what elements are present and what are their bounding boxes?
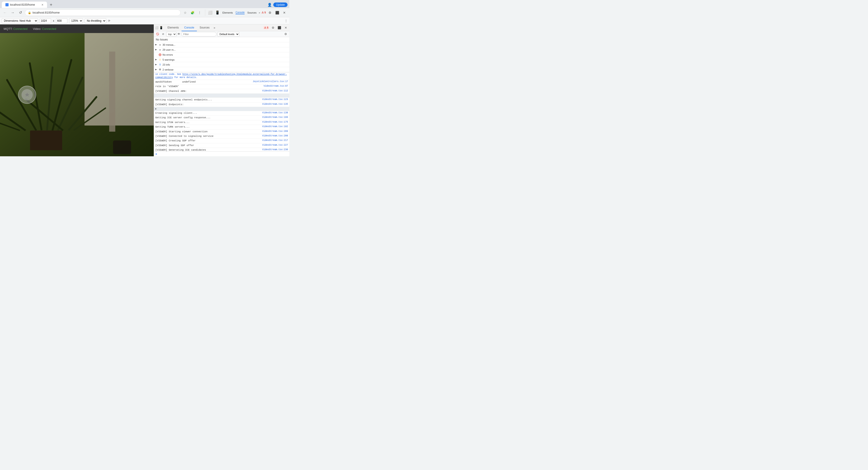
address-bar[interactable]: 🔒 localhost:8100/home (25, 9, 181, 16)
more-tabs-button[interactable]: » (259, 11, 260, 14)
devtools-device-button[interactable]: 📱 (214, 9, 221, 16)
summary-row-messages[interactable]: ▶ ≡ 30 messa... (154, 42, 289, 47)
summary-row-info[interactable]: ▶ ℹ 23 info (154, 62, 289, 67)
more-options-button[interactable]: ⋮ (285, 19, 287, 22)
entry-expand-icon[interactable]: ▶ (155, 108, 157, 110)
log-entry-17: [VIEWER] Generating ICE candidates Video… (154, 148, 289, 151)
levels-select[interactable]: Default levels (217, 32, 239, 36)
console-settings-button[interactable]: ⚙ (283, 32, 288, 36)
log-entry-14: [VIEWER] Connected to signaling service … (154, 134, 289, 139)
devtools-close-icon[interactable]: ✕ (283, 25, 288, 31)
joystick-control[interactable] (18, 86, 36, 104)
filter-toggle-button[interactable]: ⊘ (161, 32, 165, 36)
log-msg-10: Getting ICE server config response... (155, 116, 260, 119)
tab-title: localhost:8100/home (10, 3, 35, 6)
error-count-display: ⚠ 5 (263, 26, 270, 30)
tab-favicon (5, 3, 8, 6)
console-log[interactable]: in client code. See http://vite/s.dev/gu… (154, 72, 289, 151)
profile-icon[interactable]: 👤 (267, 2, 272, 7)
summary-row-user-messages[interactable]: ▶ ≡ 29 user m... (154, 47, 289, 52)
log-msg-4: [VIEWER] Channel ARN: (155, 90, 260, 93)
inspect-element-button[interactable]: ⬜ (155, 26, 158, 29)
more-button[interactable]: ⋮ (196, 9, 203, 16)
dimensions-select[interactable]: Dimensions: Nest Hub (2, 18, 38, 23)
log-link-10[interactable]: VideoStream.tsx:166 (262, 116, 288, 119)
throttle-select[interactable]: No throttling (85, 18, 106, 23)
console-tab-small[interactable]: Console (236, 11, 245, 14)
log-link-7[interactable]: VideoStream.tsx:135 (262, 103, 288, 106)
rotate-icon[interactable]: ⟳ (108, 19, 110, 22)
log-link-4[interactable]: VideoStream.tsx:112 (262, 90, 288, 92)
tab-console[interactable]: Console (182, 24, 197, 31)
devtools-settings-icon[interactable]: ⚙ (270, 25, 276, 31)
height-input[interactable] (56, 18, 67, 23)
devtools-settings-button[interactable]: ⚙ (267, 9, 273, 16)
tab-elements[interactable]: Elements (165, 24, 182, 31)
tab-sources[interactable]: Sources (197, 24, 212, 31)
filter-input[interactable] (181, 32, 217, 36)
devtools-inspect-button[interactable]: ⬜ (207, 9, 213, 16)
log-link-15[interactable]: VideoStream.tsx:217 (262, 139, 288, 142)
summary-row-verbose[interactable]: ▶ ⚙ 2 verbose (154, 67, 289, 72)
elements-tab-small[interactable]: Elements (222, 11, 233, 14)
context-select[interactable]: top (166, 32, 177, 36)
log-link-2[interactable]: JoystickControllers.tsx:17 (253, 80, 288, 83)
forward-button[interactable]: → (9, 9, 16, 16)
info-count: 23 info (162, 63, 170, 66)
eye-icon[interactable]: 👁 (178, 32, 180, 36)
error-count-badge: ⚠ 5 (261, 11, 266, 14)
clear-console-button[interactable]: 🚫 (155, 32, 160, 36)
error-count-text: No errors (162, 53, 173, 56)
log-msg-15: [VIEWER] Creating SDP offer (155, 139, 260, 143)
log-entry-13: [VIEWER] Starting viewer connection Vide… (154, 129, 289, 134)
mqtt-status: Connected (13, 27, 28, 31)
log-link-12[interactable]: VideoStream.tsx:182 (262, 125, 288, 128)
log-msg-17: [VIEWER] Generating ICE candidates (155, 148, 260, 151)
log-msg-16: [VIEWER] Sending SDP offer (155, 144, 260, 147)
browser-tab[interactable]: localhost:8100/home × (2, 2, 47, 8)
responsive-bar: Dimensions: Nest Hub x 125% No throttlin… (0, 17, 289, 24)
device-mode-button[interactable]: 📱 (159, 26, 163, 29)
log-entry-5 (154, 94, 289, 98)
update-button[interactable]: Update (273, 2, 287, 7)
console-prompt[interactable]: ▶ (154, 151, 289, 156)
refresh-button[interactable]: ↺ (17, 9, 24, 16)
log-msg-13: [VIEWER] Starting viewer connection (155, 130, 260, 134)
summary-row-warnings[interactable]: ▶ ⚠ 5 warnings (154, 57, 289, 62)
video-panel: MQTT: Connected Video: Connected (0, 24, 154, 156)
width-input[interactable] (40, 18, 51, 23)
sources-tab-small[interactable]: Sources (247, 11, 256, 14)
address-text: localhost:8100/home (33, 11, 60, 14)
log-link-16[interactable]: VideoStream.tsx:227 (262, 144, 288, 146)
devtools-dock-icon[interactable]: ⬛ (277, 25, 282, 31)
expand-icon-5: ▶ (155, 63, 158, 66)
log-entry-1: in client code. See http://vite/s.dev/gu… (154, 72, 289, 80)
toolbar-actions: ☆ 🧩 ⋮ (182, 9, 203, 16)
log-link-9[interactable]: VideoStream.tsx:138 (262, 112, 288, 114)
plant-silhouette (3, 52, 111, 150)
log-link-11[interactable]: VideoStream.tsx:175 (262, 121, 288, 123)
joystick-inner (22, 89, 33, 100)
mqtt-label: MQTT: Connected (4, 27, 28, 31)
error-icon (158, 53, 162, 56)
log-link-3[interactable]: VideoStream.tsx:87 (264, 85, 288, 87)
log-link-14[interactable]: VideoStream.tsx:208 (262, 135, 288, 137)
bookmark-button[interactable]: ☆ (182, 9, 188, 16)
log-link-6[interactable]: VideoStream.tsx:123 (262, 98, 288, 101)
extensions-button[interactable]: 🧩 (189, 9, 195, 16)
tab-close-button[interactable]: × (41, 3, 43, 6)
log-link-13[interactable]: VideoStream.tsx:289 (262, 130, 288, 133)
log-link-17[interactable]: VideoStream.tsx:230 (262, 148, 288, 151)
log-msg-3: role is 'VIEWER' (155, 85, 262, 88)
log-msg-6: Getting signaling channel endpoints... (155, 98, 260, 101)
zoom-select[interactable]: 125% (69, 18, 83, 23)
more-tabs-icon[interactable]: » (212, 26, 217, 29)
devtools-close-button[interactable]: ✕ (281, 9, 287, 16)
video-status-bar: MQTT: Connected Video: Connected (0, 24, 154, 33)
dock-button[interactable]: ⬛ (274, 9, 280, 16)
log-entry-2: awsSSTSoken undefined JoystickController… (154, 80, 289, 84)
new-tab-button[interactable]: + (50, 2, 53, 7)
back-button[interactable]: ← (2, 9, 8, 16)
summary-row-errors[interactable]: ▶ No errors (154, 52, 289, 57)
verbose-count: 2 verbose (162, 68, 174, 71)
